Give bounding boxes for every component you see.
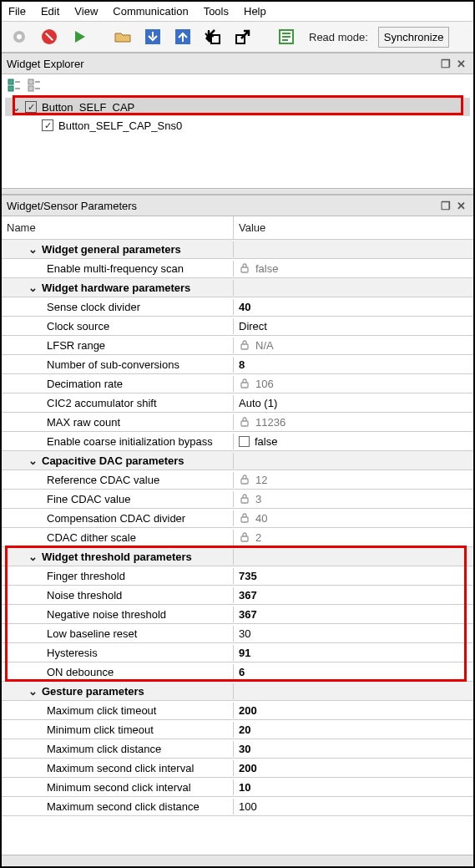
param-value: 12 xyxy=(255,474,267,486)
close-icon[interactable]: ✕ xyxy=(453,198,468,213)
checkbox-checked-icon[interactable]: ✓ xyxy=(42,119,53,131)
status-bar xyxy=(2,855,473,866)
menu-file[interactable]: File xyxy=(8,5,26,18)
param-group-threshold[interactable]: ⌄Widget threshold parameters xyxy=(2,547,473,566)
param-row[interactable]: Minimum click timeout20 xyxy=(2,720,473,739)
svg-point-1 xyxy=(17,34,22,39)
param-row[interactable]: Sense clock divider40 xyxy=(2,297,473,317)
read-mode-label: Read mode: xyxy=(309,31,368,43)
param-name: CDAC dither scale xyxy=(47,531,136,544)
param-row[interactable]: Maximum second click distance100 xyxy=(2,797,473,816)
svg-rect-28 xyxy=(241,517,248,522)
param-row[interactable]: Number of sub-conversions8 xyxy=(2,355,473,374)
chevron-down-icon[interactable]: ⌄ xyxy=(27,454,38,467)
menu-help[interactable]: Help xyxy=(244,5,266,18)
disconnect-icon[interactable] xyxy=(37,24,62,49)
param-row[interactable]: Clock sourceDirect xyxy=(2,317,473,336)
param-value: 3 xyxy=(255,493,261,505)
param-group-hardware[interactable]: ⌄Widget hardware parameters xyxy=(2,278,473,297)
open-folder-icon[interactable] xyxy=(110,24,135,49)
group-label: Widget general parameters xyxy=(38,243,181,256)
param-row[interactable]: Compensation CDAC divider40 xyxy=(2,509,473,528)
param-group-cdac[interactable]: ⌄Capacitive DAC parameters xyxy=(2,451,473,470)
param-row[interactable]: Noise threshold367 xyxy=(2,586,473,605)
download-icon[interactable] xyxy=(140,24,165,49)
group-label: Widget hardware parameters xyxy=(38,282,190,294)
synchronize-button[interactable]: Synchronize xyxy=(378,27,450,48)
import-icon[interactable] xyxy=(200,24,225,49)
chevron-down-icon[interactable]: ⌄ xyxy=(27,685,38,698)
params-title: Widget/Sensor Parameters xyxy=(7,200,438,212)
param-value: false xyxy=(255,262,278,275)
menu-tools[interactable]: Tools xyxy=(204,5,229,18)
close-icon[interactable]: ✕ xyxy=(453,56,468,71)
gear-icon[interactable] xyxy=(7,24,32,49)
param-row[interactable]: Reference CDAC value12 xyxy=(2,470,473,490)
expand-all-icon[interactable] xyxy=(7,78,22,93)
param-value: Direct xyxy=(239,320,267,332)
param-row[interactable]: Low baseline reset30 xyxy=(2,624,473,643)
svg-rect-23 xyxy=(241,344,248,349)
param-row[interactable]: Enable coarse initialization bypassfalse xyxy=(2,432,473,451)
param-row[interactable]: Maximum click distance30 xyxy=(2,739,473,759)
param-row[interactable]: ON debounce6 xyxy=(2,662,473,682)
menu-view[interactable]: View xyxy=(74,5,98,18)
checkbox-unchecked-icon[interactable] xyxy=(239,436,250,447)
param-group-general[interactable]: ⌄Widget general parameters xyxy=(2,240,473,259)
param-row[interactable]: CDAC dither scale2 xyxy=(2,528,473,547)
chevron-down-icon[interactable]: ⌄ xyxy=(10,101,22,114)
svg-rect-19 xyxy=(28,86,33,91)
chevron-down-icon[interactable]: ⌄ xyxy=(27,551,38,563)
menu-edit[interactable]: Edit xyxy=(41,5,59,18)
param-name: Enable multi-frequency scan xyxy=(47,262,184,275)
tree-root-label: Button_SELF_CAP xyxy=(40,101,134,114)
col-header-value[interactable]: Value xyxy=(234,216,473,239)
upload-icon[interactable] xyxy=(170,24,195,49)
param-name: Number of sub-conversions xyxy=(47,358,179,371)
param-value: 30 xyxy=(239,743,250,755)
export-icon[interactable] xyxy=(230,24,255,49)
param-row[interactable]: Decimation rate106 xyxy=(2,374,473,393)
param-row[interactable]: Finger threshold735 xyxy=(2,566,473,586)
log-icon[interactable] xyxy=(274,24,299,49)
param-row[interactable]: Maximum click timeout200 xyxy=(2,701,473,720)
param-name: Maximum click distance xyxy=(47,743,161,755)
panel-splitter[interactable] xyxy=(2,188,473,195)
param-value: 106 xyxy=(255,378,274,390)
param-group-gesture[interactable]: ⌄Gesture parameters xyxy=(2,682,473,701)
play-icon[interactable] xyxy=(67,24,92,49)
param-row[interactable]: LFSR rangeN/A xyxy=(2,336,473,355)
param-value: 367 xyxy=(239,589,257,602)
param-name: Maximum click timeout xyxy=(47,704,156,717)
restore-icon[interactable]: ❐ xyxy=(438,198,453,213)
param-row[interactable]: Maximum second click interval200 xyxy=(2,759,473,778)
param-name: Compensation CDAC divider xyxy=(47,512,185,525)
param-row[interactable]: Negative noise threshold367 xyxy=(2,605,473,624)
param-row[interactable]: Minimum second click interval10 xyxy=(2,778,473,797)
chevron-down-icon[interactable]: ⌄ xyxy=(27,243,38,256)
tree-child-item[interactable]: ✓ Button_SELF_CAP_Sns0 xyxy=(5,116,470,135)
collapse-all-icon[interactable] xyxy=(27,78,42,93)
param-row[interactable]: Hysteresis91 xyxy=(2,643,473,662)
menu-communication[interactable]: Communication xyxy=(113,5,188,18)
param-row[interactable]: CIC2 accumulator shiftAuto (1) xyxy=(2,393,473,413)
param-value: 6 xyxy=(239,666,245,678)
explorer-toolbar xyxy=(2,74,473,96)
col-header-name[interactable]: Name xyxy=(2,216,234,239)
chevron-down-icon[interactable]: ⌄ xyxy=(27,282,38,294)
param-row[interactable]: Enable multi-frequency scanfalse xyxy=(2,259,473,278)
param-name: Low baseline reset xyxy=(47,627,137,640)
tree-root-item[interactable]: ⌄ ✓ Button_SELF_CAP xyxy=(5,98,470,116)
param-row[interactable]: MAX raw count11236 xyxy=(2,413,473,432)
param-value: 367 xyxy=(239,608,257,621)
param-name: Minimum second click interval xyxy=(47,781,191,794)
checkbox-checked-icon[interactable]: ✓ xyxy=(25,101,37,113)
params-header: Widget/Sensor Parameters ❐ ✕ xyxy=(2,195,473,216)
menu-bar: File Edit View Communication Tools Help xyxy=(2,2,473,22)
param-name: Clock source xyxy=(47,320,109,332)
restore-icon[interactable]: ❐ xyxy=(438,56,453,71)
param-row[interactable]: Fine CDAC value3 xyxy=(2,490,473,509)
param-name: Enable coarse initialization bypass xyxy=(47,435,213,448)
widget-explorer-header: Widget Explorer ❐ ✕ xyxy=(2,53,473,74)
param-value: 40 xyxy=(255,512,267,525)
